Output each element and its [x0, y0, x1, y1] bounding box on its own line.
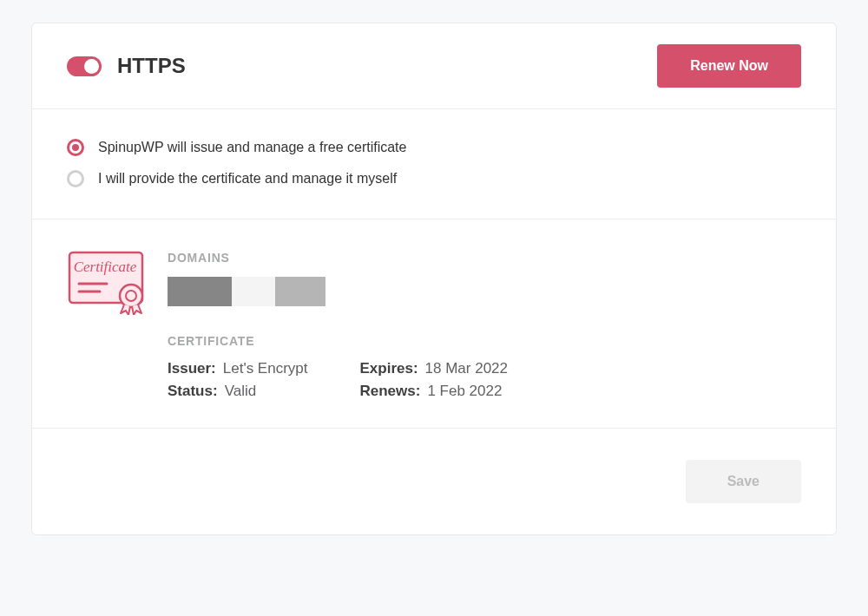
status-row: Status: Valid: [168, 383, 307, 400]
certificate-details: Certificate DOMAINS CERTIFICATE Issue: [32, 220, 836, 428]
option-spinup-managed[interactable]: SpinupWP will issue and manage a free ce…: [67, 139, 801, 156]
https-settings-card: HTTPS Renew Now SpinupWP will issue and …: [31, 23, 837, 535]
toggle-knob: [84, 59, 99, 74]
expires-row: Expires: 18 Mar 2022: [359, 360, 508, 377]
card-header: HTTPS Renew Now: [32, 23, 836, 109]
renews-value: 1 Feb 2022: [427, 383, 502, 400]
renew-now-button[interactable]: Renew Now: [657, 44, 801, 88]
domain-redacted: [168, 277, 801, 306]
radio-icon: [67, 170, 84, 187]
status-value: Valid: [225, 383, 257, 400]
radio-icon: [67, 139, 84, 156]
radio-label: SpinupWP will issue and manage a free ce…: [98, 140, 406, 155]
svg-text:Certificate: Certificate: [74, 259, 137, 275]
save-button[interactable]: Save: [686, 460, 801, 503]
info-col-left: Issuer: Let's Encrypt Status: Valid: [168, 360, 307, 400]
details-content: DOMAINS CERTIFICATE Issuer: Let's Encryp…: [168, 251, 801, 400]
certificate-icon: Certificate: [67, 246, 152, 400]
certificate-options: SpinupWP will issue and manage a free ce…: [32, 109, 836, 220]
header-left: HTTPS: [67, 54, 186, 78]
expires-label: Expires:: [359, 360, 418, 377]
issuer-value: Let's Encrypt: [223, 360, 308, 377]
radio-label: I will provide the certificate and manag…: [98, 171, 397, 187]
issuer-label: Issuer:: [168, 360, 216, 377]
info-col-right: Expires: 18 Mar 2022 Renews: 1 Feb 2022: [359, 360, 508, 400]
issuer-row: Issuer: Let's Encrypt: [168, 360, 307, 377]
status-label: Status:: [168, 383, 218, 400]
svg-point-4: [120, 285, 142, 307]
option-self-managed[interactable]: I will provide the certificate and manag…: [67, 170, 801, 187]
redacted-block: [275, 277, 326, 306]
card-footer: Save: [32, 428, 836, 534]
expires-value: 18 Mar 2022: [425, 360, 508, 377]
renews-row: Renews: 1 Feb 2022: [359, 383, 508, 400]
redacted-block: [232, 277, 275, 306]
redacted-block: [168, 277, 232, 306]
domains-label: DOMAINS: [168, 251, 801, 265]
certificate-info: Issuer: Let's Encrypt Status: Valid Expi…: [168, 360, 801, 400]
certificate-label: CERTIFICATE: [168, 334, 801, 348]
renews-label: Renews:: [359, 383, 420, 400]
https-toggle[interactable]: [67, 56, 102, 76]
page-title: HTTPS: [117, 54, 186, 78]
